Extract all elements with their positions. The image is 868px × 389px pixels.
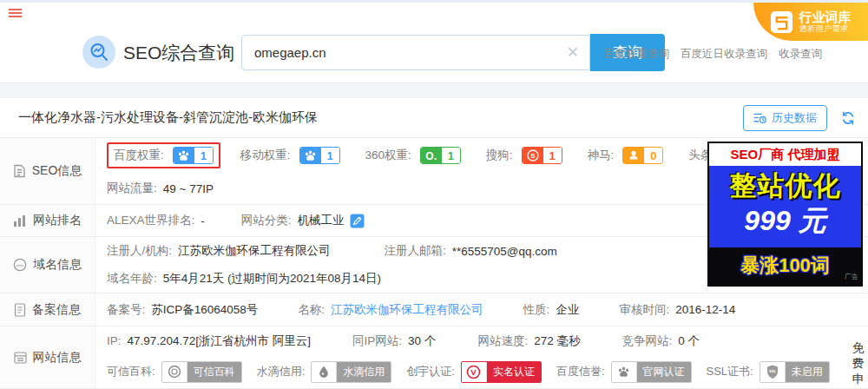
sidebar-item-site-rank[interactable]: 网站排名: [0, 205, 95, 236]
history-data-button[interactable]: 历史数据: [743, 105, 827, 131]
weight-value: 1: [442, 148, 460, 163]
category-value: 机械工业: [298, 213, 345, 228]
sidebar-item-label: 网站信息: [33, 350, 82, 366]
cert-badge-label: 官网认证: [637, 362, 691, 382]
cert-3: 百度信誉:官网认证: [556, 361, 692, 383]
ip-row: IP: 47.97.204.72[浙江省杭州市 阿里云] 同IP网站: 30 个…: [95, 326, 868, 355]
free-apply-link[interactable]: 免费申请: [852, 340, 865, 389]
header-link-2[interactable]: 收录查询: [779, 47, 822, 62]
refresh-icon[interactable]: [840, 110, 856, 126]
baidu-mobile-icon: [300, 148, 321, 163]
industry-lexicon-ribbon[interactable]: 行业词库 透析用户需求: [753, 3, 868, 41]
header-link-0[interactable]: 百度权重查询: [604, 47, 669, 62]
file-icon: [14, 303, 26, 317]
cert-label: 创宇认证:: [406, 364, 455, 379]
shenma-icon: [623, 148, 644, 163]
list-icon: [14, 352, 27, 364]
cert-badge-1[interactable]: 水滴信用: [311, 361, 391, 383]
section-icp-info: 备案信息 备案号: 苏ICP备16064058号 名称: 江苏欧米伽环保工程有限…: [0, 293, 868, 326]
domain-age-value: 5年4月21天 (过期时间为2021年08月14日): [163, 271, 381, 287]
ribbon-subtitle: 透析用户需求: [799, 24, 852, 34]
dictionary-icon: [771, 11, 792, 33]
sogou-icon: S: [523, 148, 543, 163]
cert-2: 创宇认证:V实名认证: [406, 361, 542, 383]
email-value: **6555705@qq.com: [452, 245, 557, 258]
cert-badge-0[interactable]: 可信百科: [161, 361, 242, 383]
360-icon: O.: [421, 148, 442, 163]
sidebar-item-site-info[interactable]: 网站信息: [0, 326, 95, 388]
close-icon[interactable]: ✕: [556, 43, 589, 62]
weight-baidu: 百度权重:1: [107, 142, 220, 168]
cert-label: 可信百科:: [107, 364, 155, 379]
ip-value: 47.97.204.72[浙江省杭州市 阿里云]: [128, 333, 312, 349]
weight-badge-shenma[interactable]: 0: [622, 147, 663, 164]
header-link-1[interactable]: 百度近日收录查询: [681, 47, 767, 62]
menu-icon[interactable]: [9, 9, 22, 19]
sidebar-item-label: 域名信息: [33, 257, 82, 273]
weight-value: 1: [194, 148, 213, 163]
icp-name-label: 名称:: [298, 302, 325, 318]
result-toolbar: 一体化净水器-污水处理设备-斜管沉淀池-欧米伽环保 历史数据: [0, 98, 868, 138]
baidu-paw-icon: [612, 362, 637, 382]
cert-1: 水滴信用:水滴信用: [257, 361, 392, 383]
cert-label: SSL证书:: [707, 364, 753, 379]
edit-icon[interactable]: [350, 214, 365, 228]
svg-text:www: www: [16, 263, 24, 267]
ad-price: 999 元: [709, 201, 861, 240]
speed-label: 网站速度:: [477, 333, 528, 349]
icp-name-link[interactable]: 江苏欧米伽环保工程有限公司: [331, 302, 483, 318]
ad-line4: 暴涨100词: [740, 254, 830, 276]
weight-badge-baidu-mobile[interactable]: 1: [299, 147, 340, 164]
weight-label: 神马:: [588, 148, 615, 163]
weight-badge-baidu[interactable]: 1: [173, 147, 214, 164]
ssl-shield-icon: SSL: [760, 362, 786, 382]
ad-tag: 广告: [845, 272, 858, 281]
cert-badge-2[interactable]: V实名认证: [461, 361, 542, 383]
sidebar-item-domain-info[interactable]: www 域名信息: [0, 237, 95, 293]
icp-audit-label: 审核时间:: [619, 302, 669, 318]
v-check-icon: V: [462, 362, 487, 382]
header: SEO综合查询 ✕ 查询 百度权重查询百度近日收录查询收录查询 行业词库 透析用…: [0, 3, 868, 82]
logo[interactable]: [82, 36, 115, 69]
ad-headline: 整站优化: [709, 170, 861, 201]
encyclopedia-icon: [162, 362, 187, 382]
svg-text:SSL: SSL: [769, 369, 777, 373]
document-icon: [13, 164, 26, 178]
weight-label: 360权重:: [365, 148, 411, 163]
seo-query-page: SEO综合查询 ✕ 查询 百度权重查询百度近日收录查询收录查询 行业词库 透析用…: [0, 0, 868, 389]
same-ip-label: 同IP网站:: [352, 333, 402, 349]
section-site-info: 网站信息 IP: 47.97.204.72[浙江省杭州市 阿里云] 同IP网站:…: [0, 326, 868, 389]
domain-age-label: 域名年龄:: [107, 271, 157, 287]
speed-value: 272 毫秒: [534, 333, 580, 349]
sidebar-item-label: 网站排名: [33, 213, 82, 228]
water-drop-icon: [312, 362, 337, 382]
competitor-value: 0 个: [678, 333, 700, 349]
weight-badge-sogou[interactable]: S1: [522, 147, 562, 164]
sidebar-item-seo-info[interactable]: SEO信息: [0, 138, 95, 204]
header-links: 百度权重查询百度近日收录查询收录查询: [604, 47, 822, 62]
ribbon-title: 行业词库: [799, 10, 852, 24]
search-input[interactable]: [242, 44, 556, 61]
ad-line1: SEO厂商 代理加盟: [709, 143, 861, 166]
cert-label: 水滴信用:: [257, 364, 306, 379]
cert-badge-4[interactable]: SSL未启用: [760, 361, 830, 383]
alexa-value: -: [201, 214, 205, 227]
bar-chart-icon: [13, 214, 27, 227]
icp-audit-value: 2016-12-14: [675, 303, 735, 316]
competitor-label: 竞争网站:: [621, 333, 672, 349]
sidebar-item-icp-info[interactable]: 备案信息: [0, 293, 95, 326]
globe-icon: www: [13, 258, 27, 272]
weight-label: 移动权重:: [240, 148, 291, 163]
cert-label: 百度信誉:: [556, 364, 605, 379]
icp-nature-label: 性质:: [523, 302, 550, 318]
weight-badge-360[interactable]: O.1: [420, 147, 461, 164]
weight-label: 百度权重:: [114, 148, 164, 163]
weight-baidu-mobile: 移动权重:1: [240, 147, 340, 164]
ad-banner[interactable]: SEO厂商 代理加盟 整站优化 999 元 暴涨100词 广告: [707, 142, 863, 287]
seo-magnifier-icon: [89, 42, 109, 63]
weight-label: 搜狗:: [486, 148, 513, 163]
cert-4: SSL证书:SSL未启用: [707, 361, 830, 383]
icp-number-value: 苏ICP备16064058号: [151, 302, 258, 318]
main-panel: 一体化净水器-污水处理设备-斜管沉淀池-欧米伽环保 历史数据: [0, 98, 868, 389]
cert-badge-3[interactable]: 官网认证: [611, 361, 692, 383]
